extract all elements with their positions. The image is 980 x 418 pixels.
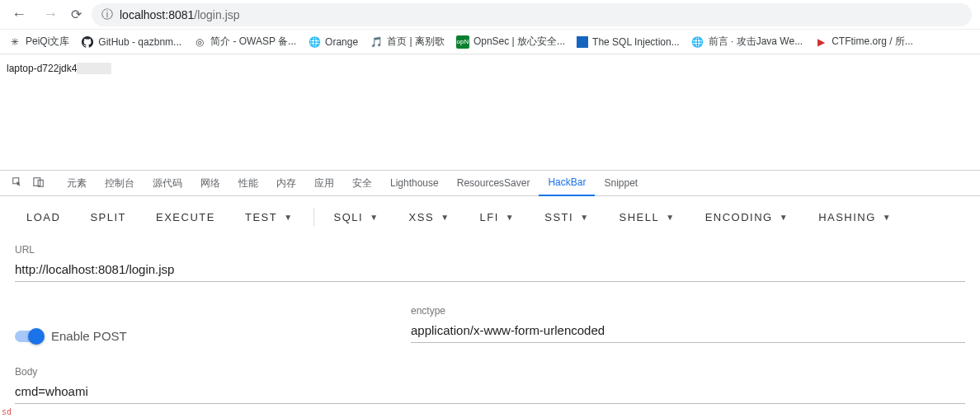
enable-post-toggle[interactable] [15, 331, 43, 342]
encoding-menu[interactable]: ENCODING▼ [690, 211, 803, 223]
body-input[interactable] [15, 381, 965, 404]
footer-text: sd [2, 407, 12, 416]
ctf-icon: ▶ [814, 35, 827, 49]
tab-network[interactable]: 网络 [191, 170, 229, 196]
sql-icon [577, 36, 588, 48]
bookmark-icon: ✳ [8, 35, 21, 49]
hashing-menu[interactable]: HASHING▼ [803, 211, 907, 223]
globe-icon: 🌐 [308, 35, 321, 49]
url-label: URL [15, 244, 965, 256]
url-text: localhost:8081/login.jsp [120, 8, 240, 21]
hackbar-panel: URL Enable POST enctype Body [0, 237, 980, 404]
ssti-menu[interactable]: SSTI▼ [530, 211, 604, 223]
tab-security[interactable]: 安全 [343, 170, 381, 196]
site-info-icon[interactable]: ⓘ [101, 7, 113, 22]
tab-performance[interactable]: 性能 [229, 170, 267, 196]
note-icon: 🎵 [370, 35, 383, 49]
bookmark-leavesong[interactable]: 🎵首页 | 离别歌 [370, 35, 445, 49]
enctype-input[interactable] [411, 320, 965, 343]
address-bar[interactable]: ⓘ localhost:8081/login.jsp [92, 3, 972, 26]
test-menu[interactable]: TEST▼ [230, 211, 309, 223]
tab-resourcessaver[interactable]: ResourcesSaver [448, 170, 539, 196]
tab-snippet[interactable]: Snippet [595, 170, 647, 196]
load-button[interactable]: LOAD [12, 211, 75, 223]
bookmark-peiqi[interactable]: ✳PeiQi文库 [8, 35, 69, 49]
sqli-menu[interactable]: SQLI▼ [319, 211, 394, 223]
chevron-down-icon: ▼ [506, 213, 515, 222]
bookmark-javaweb[interactable]: 🌐前言 · 攻击Java We... [691, 35, 803, 49]
tab-hackbar[interactable]: HackBar [539, 170, 595, 196]
xss-menu[interactable]: XSS▼ [394, 211, 465, 223]
reload-button[interactable]: ⟳ [71, 7, 82, 22]
bookmark-owasp[interactable]: ◎简介 - OWASP 备... [193, 35, 296, 49]
chevron-down-icon: ▼ [780, 213, 789, 222]
chevron-down-icon: ▼ [284, 213, 293, 222]
chevron-down-icon: ▼ [580, 213, 589, 222]
browser-toolbar: ← → ⟳ ⓘ localhost:8081/login.jsp [0, 0, 980, 30]
chevron-down-icon: ▼ [370, 213, 379, 222]
bookmark-orange[interactable]: 🌐Orange [308, 35, 358, 49]
execute-button[interactable]: EXECUTE [141, 211, 230, 223]
device-icon[interactable] [28, 176, 49, 190]
tab-memory[interactable]: 内存 [267, 170, 305, 196]
svg-rect-0 [34, 177, 40, 186]
github-icon [81, 35, 94, 49]
opn-icon: opN [456, 35, 469, 49]
back-button[interactable]: ← [8, 6, 30, 23]
chevron-down-icon: ▼ [666, 213, 675, 222]
inspect-icon[interactable] [7, 176, 28, 190]
split-button[interactable]: SPLIT [75, 211, 141, 223]
body-label: Body [15, 366, 965, 378]
hackbar-toolbar: LOAD SPLIT EXECUTE TEST▼ SQLI▼ XSS▼ LFI▼… [0, 196, 980, 237]
tab-sources[interactable]: 源代码 [144, 170, 191, 196]
globe-icon: 🌐 [691, 35, 704, 49]
page-response: laptop-d722jdk4xxxxx [0, 54, 980, 170]
bookmark-icon: ◎ [193, 35, 206, 49]
redacted-text: xxxxx [77, 63, 111, 74]
devtools-tabbar: 元素 控制台 源代码 网络 性能 内存 应用 安全 Lighthouse Res… [0, 170, 980, 196]
separator [313, 208, 314, 226]
enctype-label: enctype [411, 305, 965, 317]
url-input[interactable] [15, 259, 965, 282]
lfi-menu[interactable]: LFI▼ [465, 211, 530, 223]
bookmark-ctftime[interactable]: ▶CTFtime.org / 所... [814, 35, 913, 49]
tab-elements[interactable]: 元素 [58, 170, 96, 196]
tab-lighthouse[interactable]: Lighthouse [381, 170, 448, 196]
chevron-down-icon: ▼ [883, 213, 892, 222]
tab-console[interactable]: 控制台 [96, 170, 144, 196]
chevron-down-icon: ▼ [441, 213, 450, 222]
response-text: laptop-d722jdk4 [7, 63, 77, 74]
forward-button[interactable]: → [40, 6, 61, 23]
bookmark-opnsec[interactable]: opNOpnSec | 放心安全... [456, 35, 565, 49]
toggle-knob-icon [28, 328, 45, 345]
enable-post-label: Enable POST [51, 329, 127, 343]
bookmark-github[interactable]: GitHub - qazbnm... [81, 35, 181, 49]
bookmarks-bar: ✳PeiQi文库 GitHub - qazbnm... ◎简介 - OWASP … [0, 30, 980, 54]
shell-menu[interactable]: SHELL▼ [605, 211, 690, 223]
tab-application[interactable]: 应用 [305, 170, 343, 196]
bookmark-sqli[interactable]: The SQL Injection... [577, 36, 680, 48]
